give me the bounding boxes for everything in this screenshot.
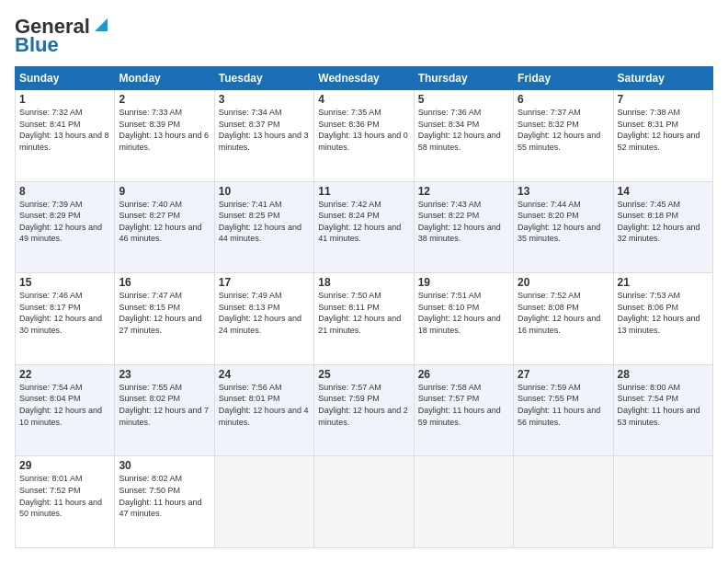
calendar-cell: 20Sunrise: 7:52 AMSunset: 8:08 PMDayligh… xyxy=(514,273,613,365)
day-info: Sunrise: 8:00 AMSunset: 7:54 PMDaylight:… xyxy=(618,383,700,427)
logo-blue: Blue xyxy=(15,33,59,57)
calendar-cell xyxy=(514,456,613,548)
day-number: 12 xyxy=(418,185,509,198)
day-number: 27 xyxy=(518,368,609,381)
day-number: 26 xyxy=(418,368,509,381)
weekday-header: Thursday xyxy=(414,67,513,90)
calendar-cell: 25Sunrise: 7:57 AMSunset: 7:59 PMDayligh… xyxy=(314,364,414,456)
calendar-cell: 29Sunrise: 8:01 AMSunset: 7:52 PMDayligh… xyxy=(16,456,115,548)
day-info: Sunrise: 7:37 AMSunset: 8:32 PMDaylight:… xyxy=(518,108,600,152)
day-number: 4 xyxy=(318,93,409,106)
day-number: 7 xyxy=(618,93,709,106)
day-number: 17 xyxy=(219,276,310,289)
day-info: Sunrise: 7:49 AMSunset: 8:13 PMDaylight:… xyxy=(219,291,301,335)
day-number: 2 xyxy=(119,93,210,106)
calendar-cell: 15Sunrise: 7:46 AMSunset: 8:17 PMDayligh… xyxy=(16,273,115,365)
day-number: 6 xyxy=(518,93,609,106)
calendar-cell: 21Sunrise: 7:53 AMSunset: 8:06 PMDayligh… xyxy=(613,273,712,365)
day-info: Sunrise: 7:47 AMSunset: 8:15 PMDaylight:… xyxy=(119,291,201,335)
day-number: 25 xyxy=(318,368,409,381)
calendar-cell: 17Sunrise: 7:49 AMSunset: 8:13 PMDayligh… xyxy=(214,273,313,365)
calendar-week-row: 8Sunrise: 7:39 AMSunset: 8:29 PMDaylight… xyxy=(16,181,713,273)
calendar-cell xyxy=(414,456,513,548)
day-info: Sunrise: 7:55 AMSunset: 8:02 PMDaylight:… xyxy=(119,383,209,427)
svg-marker-0 xyxy=(95,18,108,31)
day-info: Sunrise: 7:53 AMSunset: 8:06 PMDaylight:… xyxy=(618,291,700,335)
calendar-week-row: 29Sunrise: 8:01 AMSunset: 7:52 PMDayligh… xyxy=(16,456,713,548)
calendar-cell xyxy=(214,456,313,548)
calendar-cell: 26Sunrise: 7:58 AMSunset: 7:57 PMDayligh… xyxy=(414,364,513,456)
day-number: 16 xyxy=(119,276,210,289)
day-info: Sunrise: 7:58 AMSunset: 7:57 PMDaylight:… xyxy=(418,383,501,427)
day-number: 28 xyxy=(618,368,709,381)
calendar-week-row: 1Sunrise: 7:32 AMSunset: 8:41 PMDaylight… xyxy=(16,90,713,182)
day-number: 30 xyxy=(119,459,210,472)
calendar-cell xyxy=(314,456,414,548)
day-info: Sunrise: 7:34 AMSunset: 8:37 PMDaylight:… xyxy=(219,108,309,152)
day-number: 19 xyxy=(418,276,509,289)
day-number: 18 xyxy=(318,276,409,289)
day-info: Sunrise: 7:33 AMSunset: 8:39 PMDaylight:… xyxy=(119,108,209,152)
day-info: Sunrise: 7:51 AMSunset: 8:10 PMDaylight:… xyxy=(418,291,501,335)
weekday-header: Saturday xyxy=(613,67,712,90)
day-number: 8 xyxy=(19,185,110,198)
calendar-cell: 24Sunrise: 7:56 AMSunset: 8:01 PMDayligh… xyxy=(214,364,313,456)
day-number: 10 xyxy=(219,185,310,198)
day-number: 15 xyxy=(19,276,110,289)
calendar-cell: 8Sunrise: 7:39 AMSunset: 8:29 PMDaylight… xyxy=(16,181,115,273)
day-info: Sunrise: 7:41 AMSunset: 8:25 PMDaylight:… xyxy=(219,200,301,244)
day-number: 29 xyxy=(19,459,110,472)
calendar-cell: 23Sunrise: 7:55 AMSunset: 8:02 PMDayligh… xyxy=(115,364,214,456)
day-info: Sunrise: 7:35 AMSunset: 8:36 PMDaylight:… xyxy=(318,108,408,152)
calendar-cell: 18Sunrise: 7:50 AMSunset: 8:11 PMDayligh… xyxy=(314,273,414,365)
day-info: Sunrise: 7:46 AMSunset: 8:17 PMDaylight:… xyxy=(19,291,102,335)
day-info: Sunrise: 7:52 AMSunset: 8:08 PMDaylight:… xyxy=(518,291,600,335)
calendar-cell: 28Sunrise: 8:00 AMSunset: 7:54 PMDayligh… xyxy=(613,364,712,456)
calendar-cell: 11Sunrise: 7:42 AMSunset: 8:24 PMDayligh… xyxy=(314,181,414,273)
day-info: Sunrise: 7:32 AMSunset: 8:41 PMDaylight:… xyxy=(19,108,109,152)
page: General Blue SundayMondayTuesdayWednesda… xyxy=(0,0,728,563)
calendar-body: 1Sunrise: 7:32 AMSunset: 8:41 PMDaylight… xyxy=(16,90,713,548)
weekday-header: Wednesday xyxy=(314,67,414,90)
day-number: 3 xyxy=(219,93,310,106)
day-info: Sunrise: 7:45 AMSunset: 8:18 PMDaylight:… xyxy=(618,200,700,244)
calendar-cell: 3Sunrise: 7:34 AMSunset: 8:37 PMDaylight… xyxy=(214,90,313,182)
calendar-cell: 30Sunrise: 8:02 AMSunset: 7:50 PMDayligh… xyxy=(115,456,214,548)
day-info: Sunrise: 7:43 AMSunset: 8:22 PMDaylight:… xyxy=(418,200,501,244)
calendar-cell: 10Sunrise: 7:41 AMSunset: 8:25 PMDayligh… xyxy=(214,181,313,273)
day-info: Sunrise: 7:36 AMSunset: 8:34 PMDaylight:… xyxy=(418,108,501,152)
calendar-cell: 5Sunrise: 7:36 AMSunset: 8:34 PMDaylight… xyxy=(414,90,513,182)
calendar-cell: 1Sunrise: 7:32 AMSunset: 8:41 PMDaylight… xyxy=(16,90,115,182)
calendar-week-row: 15Sunrise: 7:46 AMSunset: 8:17 PMDayligh… xyxy=(16,273,713,365)
day-number: 20 xyxy=(518,276,609,289)
weekday-header: Monday xyxy=(115,67,214,90)
day-info: Sunrise: 7:56 AMSunset: 8:01 PMDaylight:… xyxy=(219,383,309,427)
day-number: 13 xyxy=(518,185,609,198)
day-number: 24 xyxy=(219,368,310,381)
calendar-cell: 4Sunrise: 7:35 AMSunset: 8:36 PMDaylight… xyxy=(314,90,414,182)
day-number: 5 xyxy=(418,93,509,106)
logo: General Blue xyxy=(15,15,111,57)
calendar-cell: 2Sunrise: 7:33 AMSunset: 8:39 PMDaylight… xyxy=(115,90,214,182)
day-number: 9 xyxy=(119,185,210,198)
calendar-cell: 6Sunrise: 7:37 AMSunset: 8:32 PMDaylight… xyxy=(514,90,613,182)
day-number: 21 xyxy=(618,276,709,289)
day-info: Sunrise: 8:02 AMSunset: 7:50 PMDaylight:… xyxy=(119,474,201,518)
day-info: Sunrise: 7:38 AMSunset: 8:31 PMDaylight:… xyxy=(618,108,700,152)
day-info: Sunrise: 7:40 AMSunset: 8:27 PMDaylight:… xyxy=(119,200,201,244)
calendar-cell: 16Sunrise: 7:47 AMSunset: 8:15 PMDayligh… xyxy=(115,273,214,365)
logo-icon xyxy=(91,15,111,35)
calendar-cell: 12Sunrise: 7:43 AMSunset: 8:22 PMDayligh… xyxy=(414,181,513,273)
day-info: Sunrise: 7:59 AMSunset: 7:55 PMDaylight:… xyxy=(518,383,600,427)
day-number: 23 xyxy=(119,368,210,381)
calendar-table: SundayMondayTuesdayWednesdayThursdayFrid… xyxy=(15,66,713,548)
day-info: Sunrise: 7:50 AMSunset: 8:11 PMDaylight:… xyxy=(318,291,401,335)
calendar-week-row: 22Sunrise: 7:54 AMSunset: 8:04 PMDayligh… xyxy=(16,364,713,456)
day-number: 22 xyxy=(19,368,110,381)
weekday-header: Sunday xyxy=(16,67,115,90)
calendar-cell: 9Sunrise: 7:40 AMSunset: 8:27 PMDaylight… xyxy=(115,181,214,273)
calendar-cell: 14Sunrise: 7:45 AMSunset: 8:18 PMDayligh… xyxy=(613,181,712,273)
calendar-cell: 22Sunrise: 7:54 AMSunset: 8:04 PMDayligh… xyxy=(16,364,115,456)
calendar-cell: 7Sunrise: 7:38 AMSunset: 8:31 PMDaylight… xyxy=(613,90,712,182)
calendar-header-row: SundayMondayTuesdayWednesdayThursdayFrid… xyxy=(16,67,713,90)
